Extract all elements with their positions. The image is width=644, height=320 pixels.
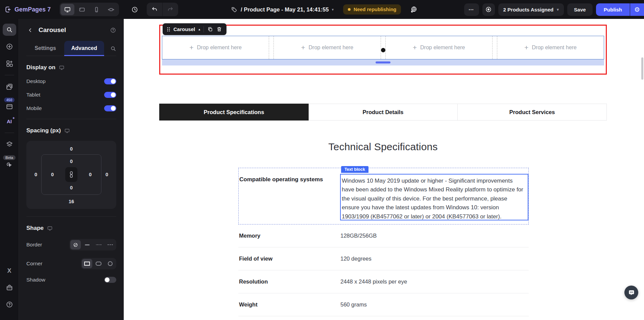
spec-row-selected: Compatible operating systems Text block …: [238, 168, 529, 224]
drop-zone-4[interactable]: + Drop element here: [497, 36, 604, 59]
desktop-view-button[interactable]: [61, 4, 74, 15]
help-button[interactable]: [3, 298, 16, 311]
margin-right-field[interactable]: 0: [101, 154, 112, 195]
spec-label[interactable]: Resolution: [238, 278, 340, 285]
version-history-icon[interactable]: [128, 3, 141, 16]
padding-right-field[interactable]: 0: [89, 172, 92, 177]
panel-search-icon[interactable]: [110, 46, 116, 52]
responsive-view-button[interactable]: [104, 4, 118, 15]
border-none-option[interactable]: [70, 240, 81, 249]
gempages-logo[interactable]: GemPages 7: [5, 6, 51, 13]
border-solid-option[interactable]: [82, 240, 92, 249]
canvas-scrollbar[interactable]: [641, 57, 643, 80]
spec-value[interactable]: 2448 x 2448 pixels per eye: [340, 278, 407, 285]
search-icon: [6, 26, 13, 33]
tab-advanced[interactable]: Advanced: [64, 41, 104, 56]
publish-button[interactable]: Publish: [596, 3, 630, 16]
solid-line-icon: [85, 244, 90, 245]
left-icon-rail: 450 AI✦ Beta X: [0, 19, 19, 320]
topbar-left-group: GemPages 7: [5, 3, 178, 16]
border-dashed-option[interactable]: [105, 240, 115, 249]
duplicate-element-icon[interactable]: [207, 26, 213, 32]
chevron-down-icon: ▾: [557, 7, 559, 12]
margin-top-field[interactable]: 0: [30, 146, 112, 152]
page-title-dropdown[interactable]: / Product Page - May 21, 14:41:55 ▾: [241, 6, 334, 13]
mobile-toggle[interactable]: [104, 105, 116, 111]
panel-title: Carousel: [39, 26, 66, 34]
redo-button[interactable]: [163, 3, 178, 16]
border-style-control: [69, 239, 116, 250]
products-assigned-dropdown[interactable]: 2 Products Assigned ▾: [498, 3, 564, 16]
padding-bottom-field[interactable]: 0: [70, 185, 73, 190]
support-chat-button[interactable]: [624, 286, 638, 299]
add-element-button[interactable]: [3, 41, 16, 53]
drag-handle-icon[interactable]: [167, 27, 170, 32]
spec-value[interactable]: 560 grams: [340, 301, 367, 308]
margin-bottom-field[interactable]: 16: [30, 199, 112, 204]
padding-top-field[interactable]: 0: [70, 159, 73, 164]
delete-element-icon[interactable]: [216, 26, 222, 32]
mobile-view-button[interactable]: [90, 4, 103, 15]
carousel-nav-dot[interactable]: [381, 48, 385, 52]
shadow-toggle[interactable]: [104, 277, 116, 283]
text-block[interactable]: Windows 10 May 2019 update or higher - S…: [340, 174, 528, 220]
tab-product-specifications[interactable]: Product Specifications: [159, 104, 309, 121]
spec-label[interactable]: Memory: [238, 233, 340, 239]
preview-eye-icon[interactable]: [482, 3, 495, 16]
desktop-indicator-icon: [59, 65, 65, 71]
tablet-toggle[interactable]: [104, 92, 116, 98]
publish-settings-gear-icon[interactable]: ⚙: [630, 3, 644, 16]
undo-button[interactable]: [147, 3, 162, 16]
interactions-beta-button[interactable]: Beta: [3, 155, 16, 168]
padding-left-field[interactable]: 0: [51, 172, 54, 177]
display-mobile-row: Mobile: [26, 105, 116, 111]
save-button[interactable]: Save: [567, 3, 593, 16]
spacing-section: Spacing (px) 0 0 0 0: [26, 119, 116, 209]
theme-sections-button[interactable]: 450: [4, 98, 15, 110]
collapse-caret-icon[interactable]: ▴: [198, 27, 200, 31]
drop-zone-3[interactable]: + Drop element here: [385, 36, 493, 59]
corner-sharp-option[interactable]: [82, 259, 92, 268]
search-elements-button[interactable]: [3, 24, 16, 36]
border-dotted-option[interactable]: [93, 240, 104, 249]
divider: [5, 133, 14, 133]
spec-value[interactable]: 128GB/256GB: [340, 233, 377, 239]
panel-help-icon[interactable]: [110, 27, 116, 33]
plus-icon: +: [189, 44, 193, 51]
add-section-button[interactable]: [3, 57, 16, 70]
view-live-globe-icon[interactable]: [408, 3, 420, 16]
divider: [204, 26, 204, 32]
spec-label[interactable]: Field of view: [238, 256, 340, 262]
corner-rounded-option[interactable]: [93, 259, 104, 268]
page-canvas: Carousel ▴ + Drop element here: [124, 19, 644, 320]
plus-icon: +: [524, 44, 528, 51]
more-options-button[interactable]: …: [464, 3, 479, 16]
spec-value[interactable]: 120 degrees: [340, 256, 372, 262]
tab-product-services[interactable]: Product Services: [458, 104, 607, 121]
layers-panel-button[interactable]: [3, 138, 16, 151]
shadow-row: Shadow: [26, 277, 116, 283]
corner-circle-option[interactable]: [105, 259, 115, 268]
back-button[interactable]: [26, 26, 34, 34]
page-tag-icon: [231, 6, 237, 13]
link-values-button[interactable]: [65, 167, 77, 182]
tablet-view-button[interactable]: [75, 4, 89, 15]
x-social-button[interactable]: X: [3, 265, 16, 277]
ai-assistant-button[interactable]: AI✦: [3, 115, 16, 127]
drop-zone-1[interactable]: + Drop element here: [162, 36, 269, 59]
tab-product-details[interactable]: Product Details: [309, 104, 458, 121]
spec-label[interactable]: Compatible operating systems: [239, 176, 323, 183]
drop-zone-2[interactable]: + Drop element here: [273, 36, 381, 59]
tab-settings[interactable]: Settings: [26, 41, 64, 56]
plus-circle-icon: [6, 43, 13, 50]
section-heading[interactable]: Technical Specifications: [159, 141, 607, 153]
margin-left-field[interactable]: 0: [30, 154, 41, 195]
element-settings-panel: Carousel Settings Advanced Display on: [19, 19, 124, 320]
desktop-toggle[interactable]: [104, 78, 116, 84]
spec-label[interactable]: Weight: [238, 301, 340, 308]
publish-split-button: Publish ⚙: [596, 3, 644, 16]
resources-button[interactable]: [3, 282, 16, 294]
templates-library-button[interactable]: [3, 81, 16, 93]
table-row: Weight 560 grams: [238, 293, 529, 316]
corner-row: Corner: [26, 258, 116, 269]
